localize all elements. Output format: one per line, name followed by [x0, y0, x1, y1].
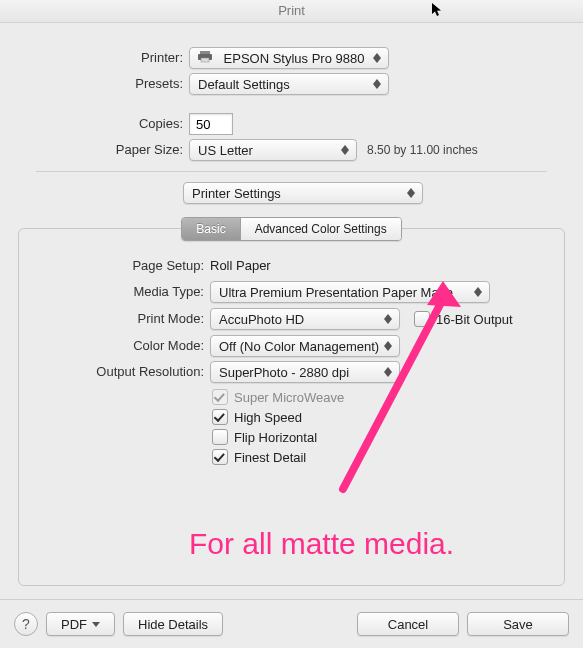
resolution-popup[interactable]: SuperPhoto - 2880 dpi	[210, 361, 400, 383]
checkbox-flip-horizontal[interactable]: Flip Horizontal	[212, 429, 554, 445]
updown-icon	[338, 145, 352, 155]
window-title: Print	[278, 3, 305, 18]
updown-icon	[404, 188, 418, 198]
printmode-popup[interactable]: AccuPhoto HD	[210, 308, 400, 330]
tab-advanced-color[interactable]: Advanced Color Settings	[240, 218, 401, 240]
papersize-value: US Letter	[198, 143, 253, 158]
printmode-value: AccuPhoto HD	[219, 312, 304, 327]
label-printer: Printer:	[18, 47, 189, 69]
section-value: Printer Settings	[192, 186, 281, 201]
hide-details-label: Hide Details	[138, 617, 208, 632]
papersize-popup[interactable]: US Letter	[189, 139, 357, 161]
row-pagesetup: Page Setup: Roll Paper	[29, 255, 554, 277]
checkbox-box	[212, 389, 228, 405]
svg-rect-2	[201, 58, 209, 62]
row-copies: Copies:	[18, 113, 565, 135]
checkbox-high-speed[interactable]: High Speed	[212, 409, 554, 425]
help-icon: ?	[22, 616, 30, 632]
checkbox-box	[212, 429, 228, 445]
cancel-button[interactable]: Cancel	[357, 612, 459, 636]
checkbox-label: 16-Bit Output	[436, 312, 513, 327]
checkbox-label: Super MicroWeave	[234, 390, 344, 405]
pdf-label: PDF	[61, 617, 87, 632]
label-papersize: Paper Size:	[18, 139, 189, 161]
label-copies: Copies:	[18, 113, 189, 135]
pagesetup-value: Roll Paper	[210, 255, 271, 277]
mediatype-popup[interactable]: Ultra Premium Presentation Paper Matte	[210, 281, 490, 303]
colormode-value: Off (No Color Management)	[219, 339, 379, 354]
row-section: Printer Settings	[18, 182, 565, 204]
printer-icon	[198, 51, 212, 66]
label-resolution: Output Resolution:	[29, 361, 210, 383]
bottom-bar: ? PDF Hide Details Cancel Save	[0, 599, 583, 648]
checkbox-label: Finest Detail	[234, 450, 306, 465]
updown-icon	[471, 287, 485, 297]
checkbox-finest-detail[interactable]: Finest Detail	[212, 449, 554, 465]
mediatype-value: Ultra Premium Presentation Paper Matte	[219, 285, 453, 300]
cancel-label: Cancel	[388, 617, 428, 632]
divider	[36, 171, 547, 172]
checkbox-super-microweave: Super MicroWeave	[212, 389, 554, 405]
label-presets: Presets:	[18, 73, 189, 95]
row-colormode: Color Mode: Off (No Color Management)	[29, 335, 554, 357]
label-mediatype: Media Type:	[29, 281, 210, 303]
checkbox-box	[212, 409, 228, 425]
checkbox-label: Flip Horizontal	[234, 430, 317, 445]
row-resolution: Output Resolution: SuperPhoto - 2880 dpi	[29, 361, 554, 383]
resolution-value: SuperPhoto - 2880 dpi	[219, 365, 349, 380]
tab-segment: Basic Advanced Color Settings	[29, 217, 554, 241]
printer-popup-value: EPSON Stylus Pro 9880	[224, 51, 365, 66]
updown-icon	[381, 367, 395, 377]
checkbox-box	[212, 449, 228, 465]
checkbox-box	[414, 311, 430, 327]
cursor-icon	[431, 2, 443, 24]
row-papersize: Paper Size: US Letter 8.50 by 11.00 inch…	[18, 139, 565, 161]
pdf-button[interactable]: PDF	[46, 612, 115, 636]
printer-settings-pane: Basic Advanced Color Settings Page Setup…	[18, 228, 565, 586]
colormode-popup[interactable]: Off (No Color Management)	[210, 335, 400, 357]
updown-icon	[381, 341, 395, 351]
section-popup[interactable]: Printer Settings	[183, 182, 423, 204]
save-label: Save	[503, 617, 533, 632]
row-printmode: Print Mode: AccuPhoto HD 16-Bit Output	[29, 307, 554, 331]
papersize-note: 8.50 by 11.00 inches	[367, 143, 478, 157]
svg-rect-0	[200, 51, 210, 54]
row-printer: Printer: EPSON Stylus Pro 9880	[18, 47, 565, 69]
window-titlebar: Print	[0, 0, 583, 23]
save-button[interactable]: Save	[467, 612, 569, 636]
annotation-text: For all matte media.	[189, 527, 454, 561]
help-button[interactable]: ?	[14, 612, 38, 636]
printer-popup[interactable]: EPSON Stylus Pro 9880	[189, 47, 389, 69]
row-presets: Presets: Default Settings	[18, 73, 565, 95]
updown-icon	[381, 314, 395, 324]
copies-input[interactable]	[189, 113, 233, 135]
row-mediatype: Media Type: Ultra Premium Presentation P…	[29, 281, 554, 303]
tab-basic[interactable]: Basic	[182, 218, 239, 240]
updown-icon	[370, 53, 384, 63]
checkbox-label: High Speed	[234, 410, 302, 425]
dialog-body: Printer: EPSON Stylus Pro 9880 Presets: …	[0, 23, 583, 586]
label-colormode: Color Mode:	[29, 335, 210, 357]
presets-popup[interactable]: Default Settings	[189, 73, 389, 95]
checkbox-16bit[interactable]: 16-Bit Output	[414, 311, 513, 327]
checkbox-group: Super MicroWeave High Speed Flip Horizon…	[212, 389, 554, 465]
label-pagesetup: Page Setup:	[29, 255, 210, 277]
hide-details-button[interactable]: Hide Details	[123, 612, 223, 636]
chevron-down-icon	[92, 622, 100, 627]
updown-icon	[370, 79, 384, 89]
presets-popup-value: Default Settings	[198, 77, 290, 92]
label-printmode: Print Mode:	[29, 308, 210, 330]
